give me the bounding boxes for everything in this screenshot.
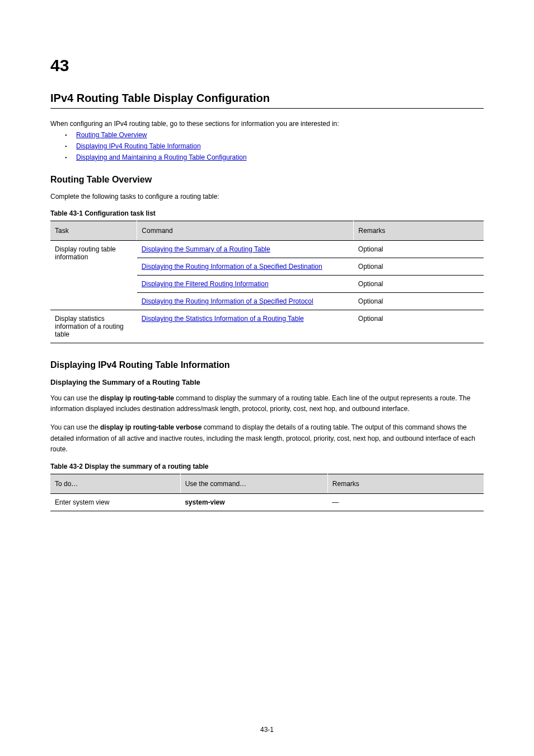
th-use: Use the command… [180, 474, 327, 493]
list-item: Routing Table Overview [76, 131, 484, 139]
section-heading-overview: Routing Table Overview [50, 175, 484, 185]
page-number: 43-1 [0, 726, 534, 734]
td-cmd: Displaying the Summary of a Routing Tabl… [137, 241, 354, 258]
overview-intro: Complete the following tasks to configur… [50, 193, 484, 200]
list-item: Displaying IPv4 Routing Table Informatio… [76, 142, 484, 150]
td-todo: Enter system view [50, 493, 180, 511]
chapter-number: 43 [50, 56, 484, 75]
table-row: Display routing table information Displa… [50, 241, 484, 258]
table-display-summary: To do… Use the command… Remarks Enter sy… [50, 474, 484, 511]
table1-caption: Table 43-1 Configuration task list [50, 209, 484, 217]
cmd-link-summary[interactable]: Displaying the Summary of a Routing Tabl… [142, 245, 270, 253]
td-remarks: Optional [354, 241, 484, 258]
table-row: Enter system view system-view — [50, 493, 484, 511]
table2-caption: Table 43-2 Display the summary of a rout… [50, 463, 484, 470]
td-use: system-view [180, 493, 327, 511]
cmd-link-stats[interactable]: Displaying the Statistics Information of… [142, 315, 304, 323]
title-divider [50, 108, 484, 109]
td-task: Display routing table information [50, 241, 137, 310]
td-cmd: Displaying the Statistics Information of… [137, 310, 354, 343]
table-config-tasks: Task Command Remarks Display routing tab… [50, 221, 484, 343]
link-overview[interactable]: Routing Table Overview [76, 131, 147, 139]
table-row: Display statistics information of a rout… [50, 310, 484, 343]
td-remarks: Optional [354, 276, 484, 293]
para-display-2: You can use the display ip routing-table… [50, 422, 484, 455]
th-command: Command [137, 221, 354, 241]
cmd-link-filtered[interactable]: Displaying the Filtered Routing Informat… [142, 280, 269, 288]
cmd-link-dest[interactable]: Displaying the Routing Information of a … [142, 263, 322, 270]
link-display-maintain[interactable]: Displaying and Maintaining a Routing Tab… [76, 153, 247, 161]
intro-paragraph: When configuring an IPv4 routing table, … [50, 120, 484, 128]
td-cmd: Displaying the Filtered Routing Informat… [137, 276, 354, 293]
th-task: Task [50, 221, 137, 241]
list-item: Displaying and Maintaining a Routing Tab… [76, 153, 484, 161]
th-remarks: Remarks [354, 221, 484, 241]
td-remarks2: — [327, 493, 484, 511]
td-cmd: Displaying the Routing Information of a … [137, 258, 354, 276]
section-heading-display: Displaying IPv4 Routing Table Informatio… [50, 360, 484, 370]
td-cmd: Displaying the Routing Information of a … [137, 293, 354, 310]
td-task: Display statistics information of a rout… [50, 310, 137, 343]
subheading-summary: Displaying the Summary of a Routing Tabl… [50, 378, 484, 386]
td-remarks: Optional [354, 310, 484, 343]
para-display-1: You can use the display ip routing-table… [50, 393, 484, 414]
section-link-list: Routing Table Overview Displaying IPv4 R… [76, 131, 484, 161]
link-display-ipv4[interactable]: Displaying IPv4 Routing Table Informatio… [76, 142, 201, 150]
th-remarks2: Remarks [327, 474, 484, 493]
td-remarks: Optional [354, 293, 484, 310]
td-remarks: Optional [354, 258, 484, 276]
cmd-link-protocol[interactable]: Displaying the Routing Information of a … [142, 297, 313, 305]
th-todo: To do… [50, 474, 180, 493]
chapter-title: IPv4 Routing Table Display Configuration [50, 92, 484, 105]
